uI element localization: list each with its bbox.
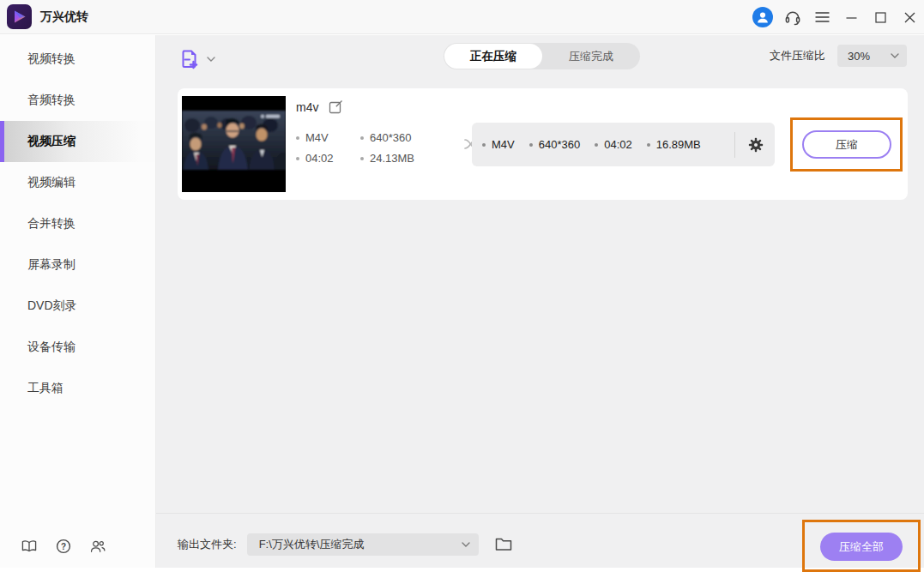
app-title: 万兴优转 [40,9,88,25]
support-headset-icon[interactable] [783,5,802,29]
video-thumbnail [182,96,286,192]
output-folder-label: 输出文件夹: [178,537,237,552]
sidebar-item-dvd-burn[interactable]: DVD刻录 [0,286,155,327]
tab-label: 压缩完成 [569,49,613,64]
sidebar-item-label: 设备传输 [27,340,75,355]
sidebar-item-video-convert[interactable]: 视频转换 [0,39,155,80]
bullet-icon [647,143,650,147]
compress-button[interactable]: 压缩 [802,130,891,159]
open-folder-icon[interactable] [494,535,513,554]
sidebar: 视频转换 音频转换 视频压缩 视频编辑 合并转换 屏幕录制 DVD刻录 设备传输… [0,35,156,568]
add-file-button[interactable] [178,48,215,70]
output-duration: 04:02 [595,136,632,153]
bullet-icon [296,157,299,160]
compress-button-label: 压缩 [836,137,858,153]
sidebar-item-screen-record[interactable]: 屏幕录制 [0,244,155,286]
sidebar-item-video-compress[interactable]: 视频压缩 [0,121,155,162]
output-info: M4V 640*360 04:02 16.89MB [472,123,775,166]
source-duration: 04:02 [296,150,360,166]
output-format: M4V [482,136,515,153]
sidebar-item-video-edit[interactable]: 视频编辑 [0,162,155,203]
chevron-down-icon [891,53,899,58]
sidebar-item-merge-convert[interactable]: 合并转换 [0,203,155,244]
menu-icon[interactable] [812,5,831,29]
close-icon[interactable] [900,5,919,29]
sidebar-footer: ? [21,539,106,554]
compression-ratio-value: 30% [848,50,870,63]
svg-text:?: ? [61,542,66,551]
sidebar-item-label: 屏幕录制 [27,257,75,273]
sidebar-item-label: 视频压缩 [27,134,75,149]
edit-icon[interactable] [329,99,343,114]
chevron-down-icon [207,57,215,62]
sidebar-menu: 视频转换 音频转换 视频压缩 视频编辑 合并转换 屏幕录制 DVD刻录 设备传输… [0,35,155,409]
compression-ratio-label: 文件压缩比 [770,48,825,63]
bullet-icon [529,143,533,147]
main-panel: 正在压缩 压缩完成 文件压缩比 30% [156,35,924,568]
sidebar-item-audio-convert[interactable]: 音频转换 [0,80,155,121]
community-icon[interactable] [90,539,106,554]
task-card: m4v M4V 640*360 04:02 24.13MB M4V [178,88,908,200]
compression-ratio-select[interactable]: 30% [837,45,907,67]
app-window: 万兴优转 [0,0,924,578]
compression-ratio: 文件压缩比 30% [770,45,907,67]
sidebar-item-device-transfer[interactable]: 设备传输 [0,327,155,368]
bullet-icon [595,143,598,147]
titlebar: 万兴优转 [0,0,924,34]
compress-all-button-label: 压缩全部 [839,539,884,555]
sidebar-item-label: DVD刻录 [27,298,77,314]
bullet-icon [360,136,364,140]
minimize-icon[interactable] [842,5,861,29]
sidebar-item-label: 工具箱 [27,381,63,396]
compress-all-button[interactable]: 压缩全部 [820,533,903,561]
source-format: M4V [296,129,360,146]
source-size: 24.13MB [360,150,414,166]
app-logo-icon [7,4,32,29]
window-bottom-edge [0,568,924,578]
settings-gear-icon[interactable] [746,135,766,155]
sidebar-item-label: 音频转换 [27,93,75,108]
titlebar-controls [752,0,919,34]
file-title-row: m4v [296,99,343,114]
output-folder-select[interactable]: F:\万兴优转\压缩完成 [247,533,479,556]
guide-book-icon[interactable] [21,539,37,554]
output-resolution: 640*360 [529,136,580,153]
output-folder-path: F:\万兴优转\压缩完成 [259,537,365,552]
chevron-down-icon [462,542,470,547]
user-avatar-icon[interactable] [752,7,773,27]
tab-compressing[interactable]: 正在压缩 [444,44,542,69]
source-info: M4V 640*360 04:02 24.13MB [296,129,414,166]
tab-label: 正在压缩 [470,49,516,64]
sidebar-item-label: 视频编辑 [27,175,75,190]
output-size: 16.89MB [647,136,701,153]
source-resolution: 640*360 [360,129,414,146]
maximize-icon[interactable] [871,5,890,29]
file-name: m4v [296,100,318,114]
tab-compress-finished[interactable]: 压缩完成 [542,49,640,64]
status-tabs: 正在压缩 压缩完成 [444,43,640,69]
bullet-icon [482,143,486,147]
sidebar-item-label: 合并转换 [27,216,75,232]
divider [734,132,735,158]
sidebar-item-label: 视频转换 [27,51,75,67]
bullet-icon [360,157,364,160]
bullet-icon [296,136,299,140]
sidebar-item-toolbox[interactable]: 工具箱 [0,368,155,409]
help-icon[interactable]: ? [56,539,71,554]
